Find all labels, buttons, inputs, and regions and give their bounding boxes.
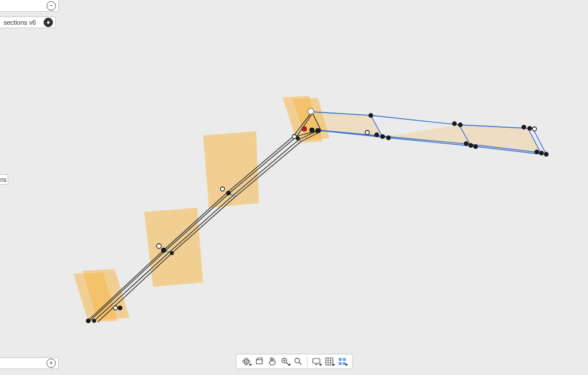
sketch-point [157, 244, 161, 248]
clipped-label: ns [0, 177, 6, 183]
timeline-bar-partial[interactable]: + [0, 357, 59, 369]
sketch-point [227, 191, 231, 195]
svg-line-9 [299, 363, 301, 365]
sketch-point [92, 319, 96, 323]
svg-rect-3 [256, 360, 262, 364]
chevron-down-icon [248, 364, 252, 366]
sketch-point [293, 135, 297, 139]
sketch-point [87, 319, 91, 323]
zoom-button[interactable] [278, 356, 291, 367]
sketch-point [114, 306, 118, 310]
chevron-down-icon [344, 364, 348, 366]
browser-node-clipped[interactable]: ns [0, 174, 8, 185]
construction-plane [144, 208, 203, 287]
sketch-point [474, 145, 478, 149]
sketch-edge [91, 112, 313, 320]
sketch-point [540, 151, 544, 155]
chevron-down-icon [287, 364, 291, 366]
document-name-label: sections v6 [4, 19, 40, 26]
svg-point-2 [245, 361, 247, 363]
minus-icon[interactable]: − [46, 1, 56, 11]
sketch-point [381, 135, 385, 139]
sketch-point [308, 108, 314, 114]
sketch-point [315, 128, 320, 133]
pan-icon [267, 357, 277, 366]
orbit-button[interactable] [240, 356, 253, 367]
sketch-point [118, 306, 122, 310]
viewports-button[interactable] [335, 356, 348, 367]
sketch-point [544, 152, 549, 157]
sketch-edge [87, 112, 312, 321]
display-settings-button[interactable] [310, 356, 323, 367]
svg-rect-17 [338, 358, 341, 361]
sketch-point [533, 127, 537, 131]
sketch-point [528, 127, 532, 131]
sketch-point [366, 131, 370, 135]
chevron-down-icon [318, 364, 322, 366]
sketch-point [453, 122, 457, 126]
browser-node-partial[interactable]: − [0, 0, 59, 12]
sketch-point-origin [302, 127, 307, 131]
sketch-point [369, 114, 373, 118]
pan-button[interactable] [265, 356, 278, 367]
fit-button[interactable] [291, 356, 304, 367]
chevron-down-icon [331, 364, 335, 366]
sketch-point [469, 144, 473, 148]
sketch-point [161, 248, 166, 253]
look-at-button[interactable] [253, 356, 265, 367]
sketch-point [459, 123, 463, 127]
look-at-icon [254, 357, 264, 366]
browser-document-node[interactable]: sections v6 ● [0, 16, 56, 28]
sketch-point [221, 187, 225, 191]
sketch-point [387, 136, 391, 140]
sketch-point [375, 133, 379, 137]
sketch-point [535, 150, 539, 154]
svg-rect-19 [338, 362, 341, 365]
sketch-point [464, 142, 469, 146]
sketch-point [310, 128, 314, 132]
radio-icon[interactable]: ● [44, 18, 53, 27]
plus-icon[interactable]: + [46, 359, 56, 368]
navigation-bar [235, 354, 353, 369]
sketch-point [522, 125, 526, 130]
svg-rect-18 [343, 358, 346, 361]
sketch-point [170, 251, 174, 255]
viewport-canvas[interactable] [0, 0, 588, 375]
construction-plane [203, 131, 259, 208]
grid-settings-button[interactable] [323, 356, 335, 367]
fit-icon [293, 357, 303, 366]
svg-rect-10 [313, 359, 320, 363]
svg-point-8 [295, 359, 300, 363]
sketch-point [296, 137, 300, 140]
